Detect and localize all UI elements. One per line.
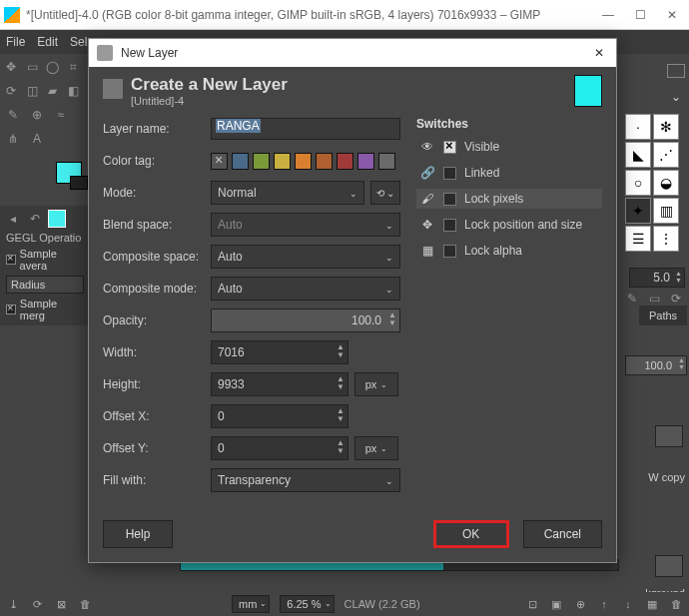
- sb-nav-6[interactable]: ▦: [645, 597, 659, 611]
- close-window-button[interactable]: ✕: [665, 8, 679, 22]
- sb-nav-7[interactable]: 🗑: [669, 597, 683, 611]
- brush-cell[interactable]: ✦: [625, 198, 651, 224]
- color-tag-swatch[interactable]: [357, 153, 374, 170]
- composite-space-dropdown[interactable]: Auto⌄: [211, 245, 400, 269]
- sample-merged-checkbox[interactable]: [6, 305, 16, 314]
- crop-icon[interactable]: ⌗: [66, 58, 81, 76]
- sb-nav-4[interactable]: ↑: [597, 597, 611, 611]
- down-icon[interactable]: ▼: [337, 415, 344, 423]
- lasso-icon[interactable]: ◯: [46, 58, 61, 76]
- brush-cell[interactable]: ✻: [653, 114, 679, 140]
- height-input[interactable]: 9933▲▼: [211, 372, 348, 396]
- dialog-color-preview[interactable]: [574, 75, 602, 107]
- switch-lock-position-row[interactable]: ✥ Lock position and size: [416, 215, 602, 235]
- down-icon[interactable]: ▼: [337, 383, 344, 391]
- sb-nav-3[interactable]: ⊕: [573, 597, 587, 611]
- color-tag-swatch[interactable]: [232, 153, 249, 170]
- brush-cell[interactable]: ☰: [625, 226, 651, 252]
- switch-lock-alpha-checkbox[interactable]: [443, 245, 456, 258]
- switch-lock-alpha-row[interactable]: ▦ Lock alpha: [416, 241, 602, 261]
- switch-visible-checkbox[interactable]: [443, 141, 456, 154]
- sb-nav-5[interactable]: ↓: [621, 597, 635, 611]
- panel-btn-3[interactable]: ⟳: [671, 292, 685, 306]
- switch-lock-pixels-row[interactable]: 🖌 Lock pixels: [416, 189, 602, 209]
- tab-icon-2[interactable]: ↶: [26, 210, 44, 228]
- switch-linked-row[interactable]: 🔗 Linked: [416, 163, 602, 183]
- mode-reset-button[interactable]: ⟲ ⌄: [370, 181, 400, 205]
- dialog-titlebar[interactable]: New Layer ✕: [89, 39, 616, 67]
- cancel-button[interactable]: Cancel: [523, 520, 602, 548]
- sb-save-icon[interactable]: ⤓: [6, 597, 20, 611]
- sample-average-row[interactable]: Sample avera: [2, 246, 88, 274]
- tab-active-icon[interactable]: [48, 210, 66, 228]
- layer-thumbnail[interactable]: [655, 425, 683, 447]
- minimize-button[interactable]: —: [601, 8, 615, 22]
- offset-x-input[interactable]: 0▲▼: [211, 404, 348, 428]
- rect-select-icon[interactable]: ▭: [25, 58, 40, 76]
- help-button[interactable]: Help: [103, 520, 173, 548]
- sb-delete-icon[interactable]: 🗑: [78, 597, 92, 611]
- switch-linked-checkbox[interactable]: [443, 167, 456, 180]
- color-tag-swatch[interactable]: [211, 153, 228, 170]
- sample-merged-row[interactable]: Sample merg: [2, 296, 88, 323]
- color-tag-swatch[interactable]: [274, 153, 291, 170]
- path-icon[interactable]: ⋔: [4, 130, 22, 148]
- brush-size-spinner[interactable]: 5.0 ▲▼: [629, 268, 685, 288]
- brush-cell[interactable]: ⋰: [653, 142, 679, 168]
- rotate-icon[interactable]: ⟳: [4, 82, 19, 100]
- brush-cell[interactable]: ▥: [653, 198, 679, 224]
- brush-cell[interactable]: ◣: [625, 142, 651, 168]
- panel-btn-2[interactable]: ▭: [649, 292, 663, 306]
- brush-cell[interactable]: ◒: [653, 170, 679, 196]
- paths-tab[interactable]: Paths: [639, 306, 687, 325]
- pencil-icon[interactable]: ✎: [4, 106, 22, 124]
- unit-dropdown[interactable]: mm⌄: [232, 595, 270, 613]
- mode-dropdown[interactable]: Normal⌄: [211, 181, 364, 205]
- sb-nav-2[interactable]: ▣: [549, 597, 563, 611]
- brush-cell[interactable]: ⋮: [653, 226, 679, 252]
- down-icon[interactable]: ▼: [388, 319, 396, 327]
- dock-caret-icon[interactable]: ⌄: [671, 90, 681, 104]
- sb-refresh-icon[interactable]: ⟳: [30, 597, 44, 611]
- color-tag-swatch[interactable]: [295, 153, 312, 170]
- background-color-swatch[interactable]: [70, 176, 88, 190]
- switch-lock-position-checkbox[interactable]: [443, 219, 456, 232]
- move-tool-icon[interactable]: ✥: [4, 58, 19, 76]
- width-input[interactable]: 7016▲▼: [211, 340, 348, 364]
- brush-cell[interactable]: ∙: [625, 114, 651, 140]
- menu-file[interactable]: File: [6, 35, 25, 49]
- sb-close-icon[interactable]: ⊠: [54, 597, 68, 611]
- smudge-icon[interactable]: ≈: [52, 106, 70, 124]
- dialog-close-button[interactable]: ✕: [594, 46, 608, 60]
- panel-btn-1[interactable]: ✎: [627, 292, 641, 306]
- blend-space-dropdown[interactable]: Auto⌄: [211, 213, 400, 237]
- gradient-icon[interactable]: ◧: [66, 82, 81, 100]
- clone-icon[interactable]: ⊕: [28, 106, 46, 124]
- height-unit-dropdown[interactable]: px ⌄: [354, 372, 398, 396]
- ok-button[interactable]: OK: [433, 520, 509, 548]
- maximize-button[interactable]: ☐: [633, 8, 647, 22]
- sb-nav-1[interactable]: ⊡: [525, 597, 539, 611]
- zoom-dropdown[interactable]: 6.25 %⌄: [280, 595, 334, 613]
- fill-with-dropdown[interactable]: Transparency⌄: [211, 468, 400, 492]
- bucket-icon[interactable]: ▰: [46, 82, 61, 100]
- brush-cell[interactable]: ○: [625, 170, 651, 196]
- tab-icon-1[interactable]: ◂: [4, 210, 22, 228]
- radius-field[interactable]: Radius: [6, 276, 84, 294]
- offset-unit-dropdown[interactable]: px ⌄: [354, 436, 398, 460]
- switch-lock-pixels-checkbox[interactable]: [443, 193, 456, 206]
- dock-tab-button[interactable]: [667, 64, 685, 78]
- sample-average-checkbox[interactable]: [6, 255, 16, 265]
- color-tag-swatch[interactable]: [337, 153, 353, 170]
- offset-y-input[interactable]: 0▲▼: [211, 436, 348, 460]
- transform-icon[interactable]: ◫: [25, 82, 40, 100]
- opacity-input[interactable]: 100.0▲▼: [211, 308, 400, 332]
- composite-mode-dropdown[interactable]: Auto⌄: [211, 277, 400, 301]
- switch-visible-row[interactable]: 👁 Visible: [416, 137, 602, 157]
- layer-thumbnail-bg[interactable]: [655, 555, 683, 577]
- color-tag-swatch[interactable]: [378, 153, 395, 170]
- down-icon[interactable]: ▼: [337, 351, 344, 359]
- layer-name-input[interactable]: RANGA: [211, 118, 400, 140]
- text-icon[interactable]: A: [28, 130, 46, 148]
- down-icon[interactable]: ▼: [337, 447, 344, 455]
